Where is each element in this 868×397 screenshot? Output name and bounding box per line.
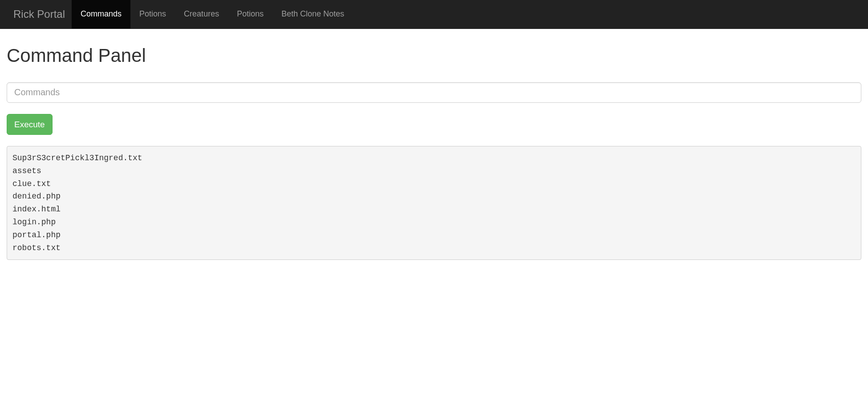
nav-link-label[interactable]: Beth Clone Notes [272, 0, 353, 28]
top-navbar: Rick Portal Commands Potions Creatures P… [0, 0, 868, 29]
main-container: Command Panel Execute Sup3rS3cretPickl3I… [0, 42, 868, 260]
nav-item-beth-clone-notes[interactable]: Beth Clone Notes [272, 0, 353, 28]
command-output: Sup3rS3cretPickl3Ingred.txt assets clue.… [7, 146, 861, 260]
nav-item-potions-2[interactable]: Potions [228, 0, 272, 28]
page-title: Command Panel [7, 42, 861, 69]
nav-link-label[interactable]: Creatures [175, 0, 228, 28]
nav-item-commands[interactable]: Commands [72, 0, 130, 28]
navbar-nav: Commands Potions Creatures Potions Beth … [72, 0, 353, 28]
nav-link-label[interactable]: Potions [130, 0, 175, 28]
command-input[interactable] [7, 82, 861, 103]
navbar-brand[interactable]: Rick Portal [7, 1, 72, 27]
nav-link-label[interactable]: Potions [228, 0, 272, 28]
nav-item-potions[interactable]: Potions [130, 0, 175, 28]
execute-button[interactable]: Execute [7, 114, 53, 135]
command-form: Execute [7, 82, 861, 135]
nav-link-label[interactable]: Commands [72, 0, 130, 28]
nav-item-creatures[interactable]: Creatures [175, 0, 228, 28]
